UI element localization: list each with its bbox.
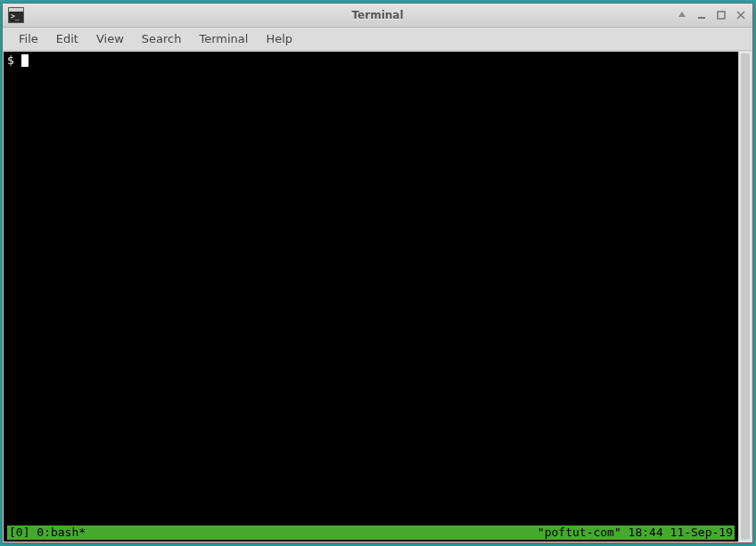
- window-controls: [676, 9, 747, 21]
- menubar: File Edit View Search Terminal Help: [3, 28, 752, 51]
- menu-help[interactable]: Help: [257, 29, 301, 49]
- svg-rect-1: [9, 8, 23, 12]
- scrollbar-thumb[interactable]: [741, 53, 750, 540]
- prompt-line: $: [7, 53, 735, 68]
- window-title: Terminal: [351, 9, 403, 21]
- terminal-body: $ [0] 0:bash* "poftut-com" 18:44 11-Sep-…: [4, 52, 752, 542]
- svg-text:>_: >_: [11, 12, 20, 20]
- menu-view[interactable]: View: [87, 29, 133, 49]
- terminal-content[interactable]: $ [0] 0:bash* "poftut-com" 18:44 11-Sep-…: [4, 52, 738, 542]
- menu-edit[interactable]: Edit: [47, 29, 87, 49]
- tmux-status-left: [0] 0:bash*: [9, 526, 86, 540]
- arrow-up-icon[interactable]: [676, 9, 688, 21]
- cursor: [21, 54, 29, 67]
- svg-rect-3: [698, 17, 705, 19]
- terminal-app-icon: >_: [8, 7, 24, 23]
- titlebar[interactable]: >_ Terminal: [3, 4, 752, 28]
- minimize-icon[interactable]: [695, 9, 708, 21]
- scrollbar[interactable]: [738, 52, 752, 542]
- close-icon[interactable]: [735, 9, 747, 21]
- svg-rect-4: [718, 12, 725, 19]
- tmux-status-right: "poftut-com" 18:44 11-Sep-19: [538, 526, 733, 540]
- tmux-status-bar: [0] 0:bash* "poftut-com" 18:44 11-Sep-19: [7, 526, 735, 540]
- maximize-icon[interactable]: [715, 9, 727, 21]
- terminal-window: >_ Terminal File Edit View Search Termin…: [2, 3, 753, 543]
- menu-terminal[interactable]: Terminal: [190, 29, 257, 49]
- menu-file[interactable]: File: [10, 29, 47, 49]
- menu-search[interactable]: Search: [133, 29, 191, 49]
- shell-prompt: $: [7, 53, 21, 68]
